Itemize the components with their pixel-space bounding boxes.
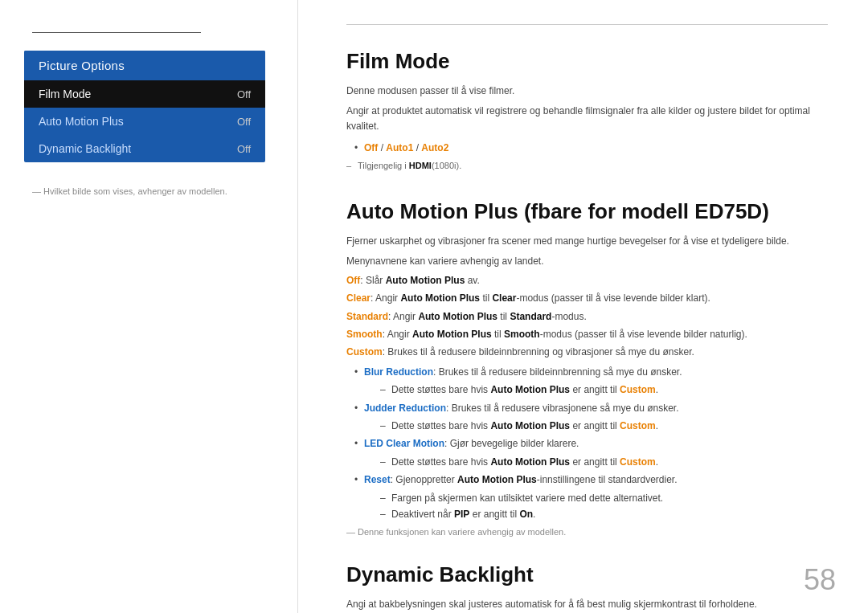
sidebar-top-bar (32, 32, 201, 33)
amp-standard-line: Standard: Angir Auto Motion Plus til Sta… (346, 309, 828, 325)
amp-blur-dashes: Dette støttes bare hvis Auto Motion Plus… (380, 382, 828, 398)
amp-smooth-label: Smooth (346, 329, 383, 340)
menu-item-film-mode-label: Film Mode (39, 88, 91, 100)
auto-motion-plus-desc2: Menynavnene kan variere avhengig av land… (346, 254, 828, 269)
amp-judder-dash-1: Dette støttes bare hvis Auto Motion Plus… (380, 418, 828, 434)
amp-clear-label: Clear (346, 292, 371, 304)
amp-blur-reduction: Blur Reduction: Brukes til å redusere bi… (354, 364, 828, 398)
film-mode-auto2: Auto2 (421, 142, 448, 153)
film-mode-note: Tilgjengelig i HDMI(1080i). (346, 159, 828, 174)
main-content: Film Mode Denne modusen passer til å vis… (297, 0, 868, 613)
menu-item-dynamic-backlight[interactable]: Dynamic Backlight Off (24, 135, 265, 162)
section-auto-motion-plus: Auto Motion Plus (fbare for modell ED75D… (346, 199, 828, 537)
section-dynamic-backlight: Dynamic Backlight Angi at bakbelysningen… (346, 562, 828, 613)
sidebar: Picture Options Film Mode Off Auto Motio… (0, 0, 297, 613)
section-film-mode: Film Mode Denne modusen passer til å vis… (346, 49, 828, 174)
sidebar-note: Hvilket bilde som vises, avhenger av mod… (24, 186, 227, 196)
auto-motion-plus-title: Auto Motion Plus (fbare for modell ED75D… (346, 199, 828, 224)
amp-reset: Reset: Gjenoppretter Auto Motion Plus-in… (354, 472, 828, 522)
menu-item-auto-motion-plus-value: Off (237, 116, 251, 128)
amp-blur-dash-1: Dette støttes bare hvis Auto Motion Plus… (380, 382, 828, 398)
menu-item-film-mode[interactable]: Film Mode Off (24, 80, 265, 108)
amp-reset-dash-2: Deaktivert når PIP er angitt til On. (380, 506, 828, 522)
menu-item-film-mode-value: Off (237, 88, 251, 100)
amp-judder-dashes: Dette støttes bare hvis Auto Motion Plus… (380, 418, 828, 434)
film-mode-off: Off (364, 142, 378, 153)
menu-item-dynamic-backlight-value: Off (237, 143, 251, 155)
menu-item-auto-motion-plus[interactable]: Auto Motion Plus Off (24, 108, 265, 135)
top-divider (346, 24, 828, 25)
amp-led-dashes: Dette støttes bare hvis Auto Motion Plus… (380, 454, 828, 470)
film-mode-desc2: Angir at produktet automatisk vil regist… (346, 104, 828, 134)
amp-smooth-line: Smooth: Angir Auto Motion Plus til Smoot… (346, 326, 828, 342)
amp-custom-line: Custom: Brukes til å redusere bildeinnbr… (346, 344, 828, 360)
amp-custom-label: Custom (346, 346, 383, 358)
film-mode-auto1: Auto1 (386, 142, 413, 153)
amp-standard-label: Standard (346, 311, 388, 322)
film-mode-title: Film Mode (346, 49, 828, 74)
film-mode-bullets: Off / Auto1 / Auto2 (354, 140, 828, 156)
amp-footer-note: Denne funksjonen kan variere avhengig av… (346, 527, 828, 537)
picture-options-panel: Picture Options Film Mode Off Auto Motio… (24, 51, 265, 162)
auto-motion-plus-desc1: Fjerner uskarphet og vibrasjoner fra sce… (346, 234, 828, 249)
amp-sub-bullets: Blur Reduction: Brukes til å redusere bi… (354, 364, 828, 523)
dynamic-backlight-desc1: Angi at bakbelysningen skal justeres aut… (346, 597, 828, 612)
panel-title: Picture Options (24, 51, 265, 80)
amp-reset-dash-1: Fargen på skjermen kan utilsiktet varier… (380, 490, 828, 506)
amp-off-label: Off (346, 275, 360, 286)
page-number: 58 (804, 563, 836, 597)
amp-off-line: Off: Slår Auto Motion Plus av. (346, 272, 828, 288)
menu-item-auto-motion-plus-label: Auto Motion Plus (39, 115, 124, 128)
menu-item-dynamic-backlight-label: Dynamic Backlight (39, 142, 131, 155)
film-mode-desc1: Denne modusen passer til å vise filmer. (346, 84, 828, 99)
amp-clear-line: Clear: Angir Auto Motion Plus til Clear-… (346, 290, 828, 306)
dynamic-backlight-title: Dynamic Backlight (346, 562, 828, 587)
amp-reset-dashes: Fargen på skjermen kan utilsiktet varier… (380, 490, 828, 523)
film-mode-bullet-1: Off / Auto1 / Auto2 (354, 140, 828, 156)
amp-led-dash-1: Dette støttes bare hvis Auto Motion Plus… (380, 454, 828, 470)
amp-judder-reduction: Judder Reduction: Brukes til å redusere … (354, 400, 828, 435)
amp-led-clear-motion: LED Clear Motion: Gjør bevegelige bilder… (354, 435, 828, 470)
film-mode-hdmi: HDMI (409, 161, 432, 170)
